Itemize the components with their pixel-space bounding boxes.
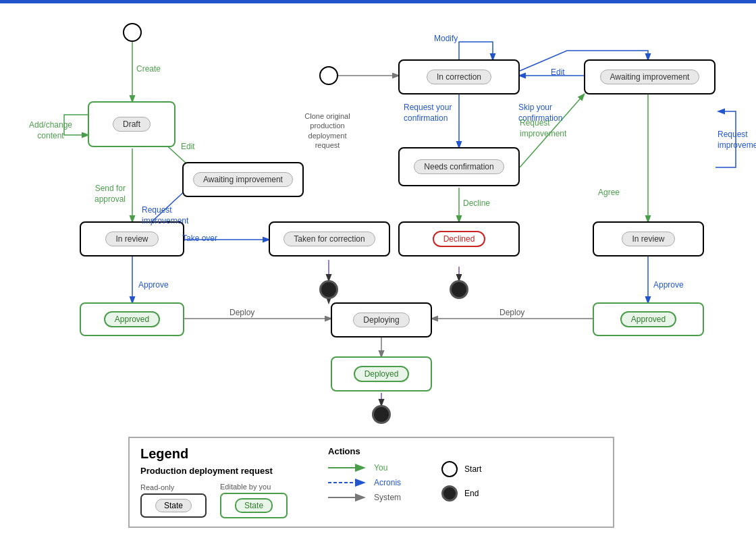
label-deploy-right: Deploy <box>500 308 524 317</box>
state-approved-left: Approved <box>80 302 184 336</box>
state-needs-confirmation: Needs confirmation <box>398 147 520 186</box>
legend-start-circle <box>441 461 458 477</box>
label-request-your-confirmation: Request yourconfirmation <box>404 103 452 124</box>
legend-subtitle: Production deployment request <box>140 466 288 476</box>
approved-right-label: Approved <box>620 311 676 327</box>
workflow-diagram: Draft In review Approved Awaiting improv… <box>0 0 756 540</box>
state-awaiting-improvement-right: Awaiting improvement <box>584 59 716 94</box>
label-approve-right: Approve <box>653 280 684 290</box>
end-circle-taken <box>319 280 338 299</box>
legend: Legend Production deployment request Rea… <box>128 437 614 528</box>
deployed-label: Deployed <box>354 366 410 382</box>
label-request-improvement-mid: Requestimprovement <box>142 205 188 226</box>
legend-readonly-label: Read-only <box>140 483 207 491</box>
start-circle-clone <box>319 66 338 85</box>
awaiting-improvement-right-label: Awaiting improvement <box>600 70 700 84</box>
legend-actions-title: Actions <box>328 446 401 456</box>
state-awaiting-improvement-mid: Awaiting improvement <box>182 162 304 197</box>
label-edit-left: Edit <box>181 142 195 151</box>
label-create: Create <box>136 64 161 74</box>
label-modify: Modify <box>434 34 458 43</box>
state-taken-for-correction: Taken for correction <box>269 221 390 256</box>
declined-label: Declined <box>433 231 486 247</box>
label-request-improvement-right: Requestimprovement <box>718 130 756 151</box>
in-correction-label: In correction <box>427 70 491 84</box>
state-in-review-left: In review <box>80 221 184 256</box>
end-circle-final <box>372 405 391 424</box>
end-circle-declined <box>450 280 468 299</box>
taken-for-correction-label: Taken for correction <box>284 232 375 246</box>
state-deploying: Deploying <box>331 302 432 338</box>
legend-title: Legend <box>140 446 288 462</box>
label-clone-note: Clone originalproduction deploymentreque… <box>290 111 364 150</box>
state-draft: Draft <box>88 101 176 147</box>
label-add-change: Add/changecontent <box>20 120 81 141</box>
state-deployed: Deployed <box>331 356 432 392</box>
label-edit-right: Edit <box>551 68 565 77</box>
state-approved-right: Approved <box>593 302 704 336</box>
label-approve-left: Approve <box>138 280 169 290</box>
in-review-left-label: In review <box>105 232 158 246</box>
label-decline: Decline <box>463 198 490 208</box>
start-circle-draft <box>123 23 142 42</box>
legend-you-label: You <box>374 463 387 473</box>
label-request-improvement-nc: Requestimprovement <box>520 118 566 139</box>
state-in-review-right: In review <box>593 221 704 256</box>
top-border <box>0 0 756 3</box>
legend-end-label: End <box>464 489 479 498</box>
label-agree: Agree <box>598 188 620 197</box>
needs-confirmation-label: Needs confirmation <box>414 159 504 174</box>
in-review-right-label: In review <box>622 232 674 246</box>
legend-end-circle <box>441 485 458 502</box>
deploying-label: Deploying <box>353 313 409 327</box>
legend-system-label: System <box>374 493 401 502</box>
legend-state-label-readonly: State <box>155 499 192 512</box>
legend-editable-label: Editable by you <box>220 483 288 491</box>
approved-left-label: Approved <box>104 311 160 327</box>
awaiting-improvement-mid-label: Awaiting improvement <box>193 172 293 187</box>
legend-start-label: Start <box>464 464 481 474</box>
legend-acronis-label: Acronis <box>374 478 401 487</box>
label-take-over: Take over <box>182 234 217 243</box>
label-deploy-left: Deploy <box>230 308 254 317</box>
label-send-approval: Send forapproval <box>78 184 126 205</box>
legend-state-label-editable: State <box>235 498 273 513</box>
state-declined: Declined <box>398 221 520 256</box>
draft-label: Draft <box>113 117 151 132</box>
state-in-correction: In correction <box>398 59 520 94</box>
